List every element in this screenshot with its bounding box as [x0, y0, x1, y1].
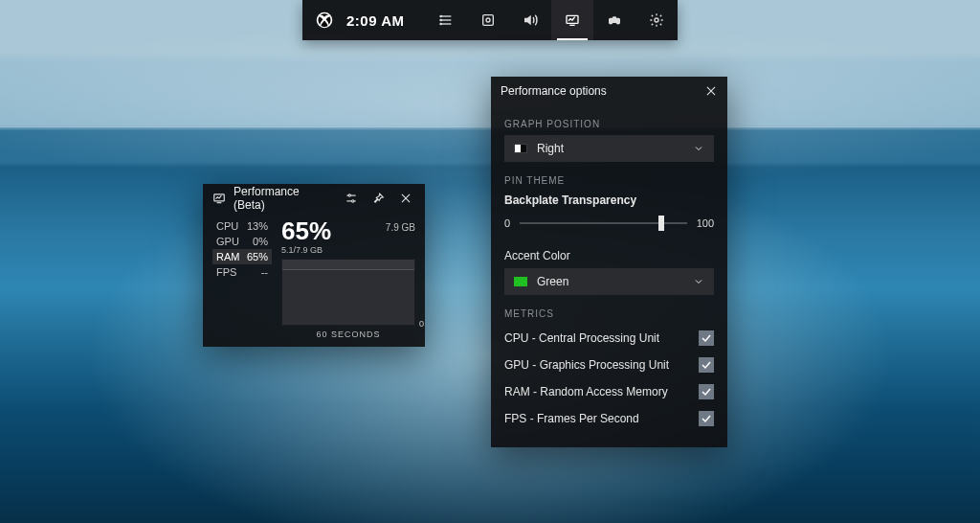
chevron-down-icon: [693, 143, 704, 154]
monitor-icon: [212, 192, 226, 205]
game-bar: 2:09 AM: [302, 0, 678, 40]
metric-list: CPU 13% GPU 0% RAM 65% FPS --: [212, 218, 272, 339]
metric-checkbox[interactable]: [699, 384, 714, 399]
clock-text: 2:09 AM: [346, 12, 404, 29]
accent-color-heading: Accent Color: [504, 249, 714, 262]
svg-point-15: [348, 194, 350, 196]
performance-widget: Performance (Beta) CPU 13% GPU 0% RAM 65…: [203, 184, 425, 347]
metric-checkbox[interactable]: [699, 357, 714, 373]
options-title: Performance options: [501, 84, 607, 98]
slider-max: 100: [697, 217, 714, 229]
usage-chart: 0: [281, 259, 415, 326]
settings-button[interactable]: [635, 0, 678, 40]
svg-point-5: [440, 19, 441, 20]
selected-metric-total: 7.9 GB: [386, 218, 415, 233]
metric-option-label: FPS - Frames Per Second: [504, 412, 639, 425]
chart-zero-label: 0: [419, 319, 424, 329]
metric-option-label: RAM - Random Access Memory: [504, 385, 668, 398]
xbox-icon[interactable]: [316, 11, 333, 29]
audio-button[interactable]: [509, 0, 551, 40]
svg-point-6: [440, 23, 441, 24]
capture-button[interactable]: [467, 0, 509, 40]
svg-point-17: [352, 200, 354, 202]
metric-row-gpu[interactable]: GPU 0%: [212, 234, 272, 249]
metric-row-fps[interactable]: FPS --: [212, 264, 272, 280]
svg-point-8: [486, 18, 490, 22]
metric-option: FPS - Frames Per Second: [504, 405, 714, 432]
metric-option: CPU - Central Processing Unit: [504, 325, 714, 352]
metric-value: --: [261, 266, 268, 278]
accent-color-select[interactable]: Green: [504, 268, 714, 295]
chevron-down-icon: [693, 276, 704, 287]
selected-metric-sub: 5.1/7.9 GB: [281, 245, 331, 255]
graph-position-value: Right: [537, 142, 564, 155]
close-icon[interactable]: [701, 80, 722, 102]
metrics-heading: METRICS: [504, 308, 714, 319]
graph-position-heading: GRAPH POSITION: [504, 119, 714, 129]
metric-label: GPU: [216, 236, 239, 247]
metric-checkbox[interactable]: [699, 411, 714, 426]
close-icon[interactable]: [396, 188, 415, 209]
metric-row-cpu[interactable]: CPU 13%: [212, 218, 272, 234]
metric-value: 65%: [247, 251, 268, 262]
metric-option: GPU - Graphics Processing Unit: [504, 352, 714, 378]
metric-label: CPU: [216, 220, 238, 232]
accent-color-value: Green: [537, 275, 568, 288]
position-swatch-icon: [514, 144, 527, 153]
slider-min: 0: [504, 217, 510, 229]
svg-point-11: [655, 18, 658, 22]
metric-label: FPS: [216, 266, 236, 278]
metric-option: RAM - Random Access Memory: [504, 378, 714, 405]
accent-swatch-icon: [514, 277, 527, 286]
backplate-label: Backplate Transparency: [504, 193, 714, 207]
svg-rect-7: [483, 15, 494, 26]
metric-value: 0%: [253, 236, 268, 247]
metric-label: RAM: [216, 251, 239, 262]
metric-checkbox[interactable]: [699, 330, 714, 346]
performance-title: Performance (Beta): [234, 185, 326, 212]
performance-options-icon[interactable]: [342, 188, 361, 209]
widgets-menu-button[interactable]: [425, 0, 467, 40]
metric-value: 13%: [247, 220, 268, 232]
xbox-social-button[interactable]: [593, 0, 635, 40]
performance-options-panel: Performance options GRAPH POSITION Right…: [491, 77, 727, 447]
performance-button[interactable]: [551, 0, 593, 40]
metric-row-ram[interactable]: RAM 65%: [212, 249, 272, 264]
pin-theme-heading: PIN THEME: [504, 175, 714, 186]
chart-caption: 60 SECONDS: [281, 330, 415, 339]
selected-metric-big: 65%: [281, 218, 331, 243]
metric-option-label: GPU - Graphics Processing Unit: [504, 358, 669, 372]
metric-option-label: CPU - Central Processing Unit: [504, 331, 659, 345]
svg-point-4: [440, 15, 441, 16]
pin-icon[interactable]: [368, 188, 388, 209]
transparency-slider[interactable]: [520, 216, 687, 230]
graph-position-select[interactable]: Right: [504, 135, 714, 162]
